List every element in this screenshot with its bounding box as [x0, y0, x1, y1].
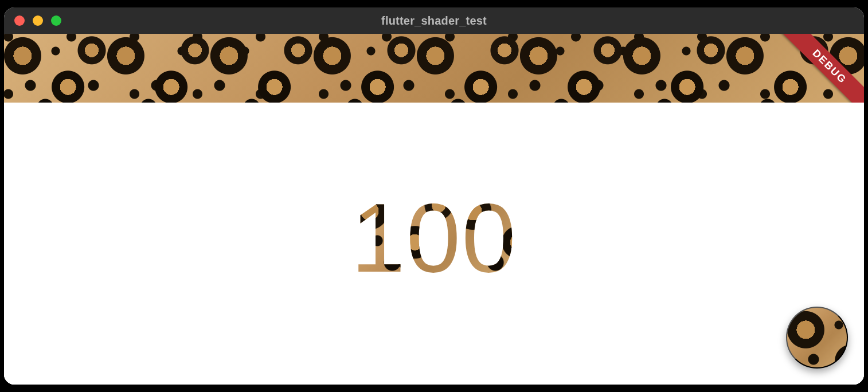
screenshot-stage: flutter_shader_test DEBUG 100: [0, 0, 868, 392]
close-window-button[interactable]: [14, 15, 25, 26]
app-content: DEBUG 100: [4, 34, 864, 385]
traffic-lights: [14, 15, 61, 26]
window-titlebar[interactable]: flutter_shader_test: [4, 7, 864, 34]
window-title: flutter_shader_test: [4, 14, 864, 28]
macos-window: flutter_shader_test DEBUG 100: [4, 7, 864, 385]
counter-text: 100: [351, 189, 517, 287]
app-bar: [4, 34, 864, 103]
zoom-window-button[interactable]: [51, 15, 61, 26]
minimize-window-button[interactable]: [33, 15, 43, 26]
scaffold-body: 100: [4, 103, 864, 385]
floating-action-button[interactable]: [786, 307, 848, 369]
